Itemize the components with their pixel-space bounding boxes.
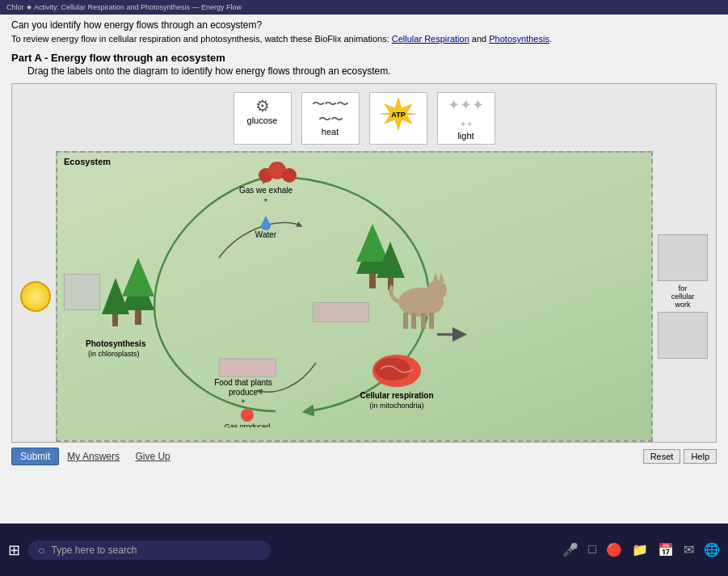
svg-rect-12: [135, 310, 141, 325]
svg-text:ATP: ATP: [391, 111, 405, 119]
drag-instruction: Drag the labels onto the diagram to iden…: [27, 65, 717, 77]
heat-label: heat: [322, 127, 339, 137]
search-icon: ○: [38, 544, 44, 557]
right-side-area: for cellular work: [658, 234, 708, 359]
glucose-label: glucose: [247, 116, 278, 125]
svg-point-4: [282, 168, 297, 183]
light-card[interactable]: ✦✦✦✦✦ light: [437, 92, 495, 145]
svg-point-23: [427, 280, 447, 300]
diagram-wrapper: ⚙ glucose 〜〜〜〜〜 heat ATP AT: [11, 83, 717, 443]
svg-point-8: [261, 222, 271, 230]
reset-button[interactable]: Reset: [643, 449, 681, 464]
light-label: light: [457, 131, 473, 141]
svg-rect-14: [112, 314, 118, 326]
light-icon: ✦✦✦✦✦: [448, 96, 484, 131]
left-drop-zone[interactable]: [64, 274, 100, 310]
svg-rect-29: [429, 313, 434, 329]
taskbar: ⊞ ○ Type here to search 🎤 □ 🔴 📁 📅 ✉ 🌐: [0, 523, 728, 576]
sun-circle: [20, 281, 51, 312]
svg-text:Gas we exhale: Gas we exhale: [239, 186, 293, 195]
taskbar-icons: 🎤 □ 🔴 📁 📅 ✉ 🌐: [562, 542, 720, 557]
svg-text:Photosynthesis: Photosynthesis: [86, 339, 146, 348]
svg-point-38: [241, 409, 254, 422]
svg-text:Food that plants: Food that plants: [214, 378, 272, 387]
bottom-right-buttons: Reset Help: [643, 449, 717, 464]
microphone-icon[interactable]: 🎤: [562, 542, 579, 557]
submit-button[interactable]: Submit: [11, 448, 59, 465]
svg-rect-19: [369, 274, 376, 288]
svg-point-31: [375, 358, 410, 380]
window-icon[interactable]: □: [588, 542, 596, 557]
labels-row: ⚙ glucose 〜〜〜〜〜 heat ATP AT: [20, 92, 708, 145]
svg-text:(in chloroplasts): (in chloroplasts): [88, 350, 140, 358]
for-cellular-text: for cellular work: [671, 284, 695, 309]
svg-marker-11: [122, 258, 154, 296]
glucose-icon: ⚙: [255, 96, 270, 116]
svg-marker-25: [439, 272, 444, 282]
settings-icon[interactable]: 🌐: [704, 542, 720, 557]
svg-text:produce: produce: [229, 388, 259, 397]
ecosystem-outer: Ecosystem: [20, 151, 708, 442]
svg-marker-24: [433, 272, 439, 282]
svg-marker-18: [356, 224, 389, 262]
part-a-title: Part A - Energy flow through an ecosyste…: [11, 52, 717, 64]
mail-icon[interactable]: ✉: [684, 542, 694, 557]
taskbar-search-bar[interactable]: ○ Type here to search: [28, 540, 271, 560]
give-up-link[interactable]: Give Up: [135, 451, 170, 462]
svg-rect-34: [219, 359, 276, 376]
cellular-respiration-link[interactable]: Cellular Respiration: [392, 34, 469, 44]
right-drop-zone-2[interactable]: [658, 312, 708, 359]
svg-text:Water: Water: [255, 230, 277, 239]
calendar-icon[interactable]: 📅: [658, 542, 674, 557]
glucose-card[interactable]: ⚙ glucose: [234, 92, 292, 145]
my-answers-link[interactable]: My Answers: [67, 451, 120, 462]
heat-icon: 〜〜〜〜〜: [312, 96, 348, 127]
center-drop-zone[interactable]: [313, 302, 369, 322]
bottom-links: My Answers Give Up: [67, 451, 176, 462]
svg-text:+: +: [263, 196, 267, 204]
svg-text:(in mitochondria): (in mitochondria): [369, 402, 423, 410]
atp-starburst-svg: ATP: [381, 96, 416, 132]
help-button[interactable]: Help: [684, 449, 717, 464]
svg-text:+: +: [241, 397, 245, 406]
right-drop-zone-1[interactable]: [658, 234, 708, 281]
svg-rect-27: [411, 313, 416, 329]
atp-card[interactable]: ATP ATP: [369, 92, 427, 145]
photosynthesis-link[interactable]: Photosynthesis: [489, 34, 549, 44]
question-line: Can you identify how energy flows throug…: [11, 19, 717, 31]
search-text: Type here to search: [51, 544, 137, 556]
browser-icon[interactable]: 🔴: [606, 542, 622, 557]
svg-rect-28: [421, 313, 426, 329]
start-button[interactable]: ⊞: [8, 541, 20, 559]
action-bar: Submit My Answers Give Up Reset Help: [11, 448, 717, 465]
header-bar: Chlor ★ Activity: Cellular Respiration a…: [0, 0, 728, 15]
page-content: Chlor ★ Activity: Cellular Respiration a…: [0, 0, 728, 523]
svg-text:Cellular respiration: Cellular respiration: [360, 391, 433, 400]
svg-text:Gas produced: Gas produced: [225, 423, 271, 427]
ecosystem-box: Ecosystem: [56, 151, 653, 442]
review-line: To review energy flow in cellular respir…: [11, 34, 717, 44]
svg-rect-26: [403, 313, 408, 329]
folder-icon[interactable]: 📁: [632, 542, 648, 557]
header-text: Chlor ★ Activity: Cellular Respiration a…: [6, 3, 242, 11]
content-area: Can you identify how energy flows throug…: [0, 15, 728, 470]
ecosystem-svg: Gas we exhale + Water: [57, 153, 494, 427]
heat-card[interactable]: 〜〜〜〜〜 heat: [301, 92, 360, 145]
